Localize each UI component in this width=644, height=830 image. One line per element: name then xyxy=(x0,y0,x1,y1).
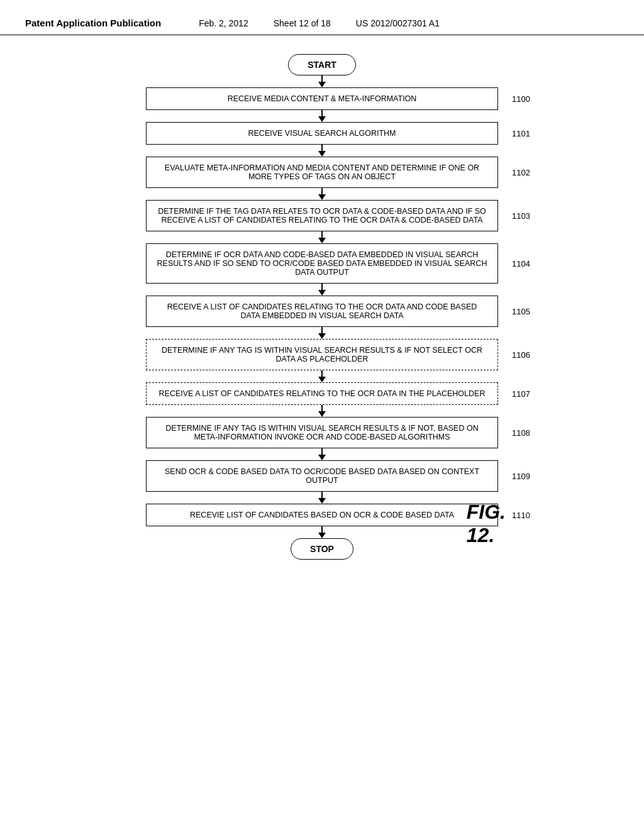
step-1110-box: RECEVIE LIST OF CANDIDATES BASED ON OCR … xyxy=(146,504,498,526)
connector-7 xyxy=(321,370,323,377)
connector-9 xyxy=(321,448,323,455)
step-1103-box: DETERMINE IF THE TAG DATA RELATES TO OCR… xyxy=(146,200,498,231)
step-1100-box: RECEIVE MEDIA CONTENT & META-INFORMATION… xyxy=(146,87,498,110)
step-1108-label: 1108 xyxy=(512,428,530,438)
arrow-10 xyxy=(318,498,326,504)
step-1106-row: DETERMINE IF ANY TAG IS WITHIN VISUAL SE… xyxy=(146,339,498,370)
step-1106-label: 1106 xyxy=(512,350,530,360)
step-1103-label: 1103 xyxy=(512,211,530,221)
step-1105-box: RECEIVE A LIST OF CANDIDATES RELATING TO… xyxy=(146,296,498,327)
connector-0 xyxy=(321,75,323,82)
step-1105-row: RECEIVE A LIST OF CANDIDATES RELATING TO… xyxy=(146,296,498,327)
sheet-label: Sheet 12 of 18 xyxy=(274,18,331,28)
step-1107-row: RECEIVE A LIST OF CANDIDATES RELATING TO… xyxy=(146,382,498,405)
page-header: Patent Application Publication Feb. 2, 2… xyxy=(0,0,644,35)
step-1108-box: DETERMINE IF ANY TAG IS WITHIN VISUAL SE… xyxy=(146,417,498,448)
step-1101-label: 1101 xyxy=(512,129,530,138)
step-1101-row: RECEIVE VISUAL SEARCH ALGORITHM 1101 xyxy=(146,122,498,145)
step-1102-label: 1102 xyxy=(512,168,530,177)
arrow-7 xyxy=(318,377,326,382)
connector-3 xyxy=(321,188,323,194)
date-label: Feb. 2, 2012 xyxy=(199,18,248,28)
step-1100-label: 1100 xyxy=(512,94,530,104)
bottom-row: STOP FIG. 12. xyxy=(38,538,606,560)
step-1104-row: DETERMINE IF OCR DATA AND CODE-BASED DAT… xyxy=(146,243,498,284)
step-1106-box: DETERMINE IF ANY TAG IS WITHIN VISUAL SE… xyxy=(146,339,498,370)
step-1107-box: RECEIVE A LIST OF CANDIDATES RELATING TO… xyxy=(146,382,498,405)
step-1103-row: DETERMINE IF THE TAG DATA RELATES TO OCR… xyxy=(146,200,498,231)
stop-terminator: STOP xyxy=(291,538,353,560)
connector-8 xyxy=(321,405,323,411)
connector-6 xyxy=(321,327,323,333)
step-1108-row: DETERMINE IF ANY TAG IS WITHIN VISUAL SE… xyxy=(146,417,498,448)
connector-10 xyxy=(321,492,323,498)
step-1110-row: RECEVIE LIST OF CANDIDATES BASED ON OCR … xyxy=(146,504,498,526)
arrow-9 xyxy=(318,455,326,460)
connector-5 xyxy=(321,284,323,290)
arrow-4 xyxy=(318,238,326,243)
step-1109-row: SEND OCR & CODE BASED DATA TO OCR/CODE B… xyxy=(146,460,498,492)
connector-2 xyxy=(321,145,323,151)
flowchart-container: START RECEIVE MEDIA CONTENT & META-INFOR… xyxy=(0,35,644,572)
connector-1 xyxy=(321,110,323,116)
arrow-2 xyxy=(318,151,326,157)
start-terminator-row: START xyxy=(288,54,356,75)
step-1102-box: EVALUATE META-INFORMATION AND MEDIA CONT… xyxy=(146,157,498,188)
step-1105-label: 1105 xyxy=(512,307,530,316)
step-1107-label: 1107 xyxy=(512,389,530,399)
connector-11 xyxy=(321,526,323,533)
step-1104-label: 1104 xyxy=(512,259,530,268)
arrow-11 xyxy=(318,533,326,538)
arrow-1 xyxy=(318,116,326,122)
step-1109-label: 1109 xyxy=(512,472,530,481)
patent-label: US 2012/0027301 A1 xyxy=(356,18,440,28)
start-terminator: START xyxy=(288,54,356,75)
fig-label: FIG. 12. xyxy=(467,501,506,547)
step-1100-row: RECEIVE MEDIA CONTENT & META-INFORMATION… xyxy=(146,87,498,110)
arrow-3 xyxy=(318,194,326,200)
arrow-0 xyxy=(318,82,326,87)
arrow-8 xyxy=(318,411,326,417)
step-1110-label: 1110 xyxy=(512,511,530,520)
arrow-6 xyxy=(318,333,326,339)
step-1101-box: RECEIVE VISUAL SEARCH ALGORITHM 1101 xyxy=(146,122,498,145)
step-1109-box: SEND OCR & CODE BASED DATA TO OCR/CODE B… xyxy=(146,460,498,492)
step-1102-row: EVALUATE META-INFORMATION AND MEDIA CONT… xyxy=(146,157,498,188)
arrow-5 xyxy=(318,290,326,296)
connector-4 xyxy=(321,231,323,238)
step-1104-box: DETERMINE IF OCR DATA AND CODE-BASED DAT… xyxy=(146,243,498,284)
publication-label: Patent Application Publication xyxy=(25,18,161,28)
